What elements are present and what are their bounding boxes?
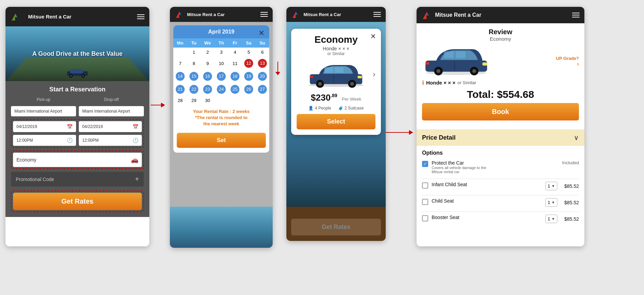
vehicle-class-input[interactable]: Economy 🚗 bbox=[13, 153, 142, 167]
protect-car-desc: Covers all vehicle damage to theMitsue r… bbox=[432, 166, 559, 174]
infant-seat-qty-arrow: ▼ bbox=[552, 184, 555, 188]
promo-label: Promotional Code bbox=[16, 177, 54, 182]
book-button[interactable]: Book bbox=[422, 103, 579, 120]
calendar-icon-1: 📅 bbox=[67, 124, 73, 129]
app-header-3: Mitsue Rent a Car bbox=[286, 7, 386, 22]
time-inputs: 12:00PM 🕛 12:00PM 🕛 bbox=[13, 135, 142, 146]
location-labels: Pick-up Drop-off bbox=[11, 97, 144, 103]
upgrade-button[interactable]: UP Grade? bbox=[556, 56, 579, 61]
booster-seat-qty-arrow: ▼ bbox=[552, 217, 555, 221]
pickup-label: Pick-up bbox=[11, 97, 76, 102]
protect-car-right: Included bbox=[562, 160, 579, 165]
app-header-2: Mitsue Rent a Car bbox=[170, 7, 273, 22]
child-seat-right: 1 ▼ $85.52 bbox=[545, 198, 579, 207]
svg-rect-36 bbox=[425, 62, 429, 65]
arrow-2-container bbox=[273, 62, 283, 75]
app-name-4: Mitsue Rent a Car bbox=[435, 12, 481, 18]
review-car-area: UP Grade? › bbox=[422, 45, 579, 77]
logo-area-2: Mitsue Rent a Car bbox=[175, 10, 225, 18]
upgrade-area: UP Grade? › bbox=[556, 56, 579, 67]
svg-marker-13 bbox=[296, 12, 299, 18]
arrow2-vert-line bbox=[277, 62, 278, 72]
get-rates-button-1[interactable]: Get Rates bbox=[13, 193, 142, 210]
app-header-4: Mitsue Rent a Car bbox=[417, 7, 584, 23]
hamburger-menu-4[interactable] bbox=[572, 13, 580, 17]
hamburger-menu-3[interactable] bbox=[373, 12, 381, 17]
dropoff-date-input[interactable]: 04/22/2019 📅 bbox=[79, 121, 142, 132]
option-protect-car: Protect the Car Covers all vehicle damag… bbox=[422, 160, 579, 174]
infant-seat-qty[interactable]: 1 ▼ bbox=[545, 182, 557, 190]
logo-icon-1 bbox=[10, 12, 21, 21]
phone2-background bbox=[170, 207, 273, 248]
booster-seat-right: 1 ▼ $85.52 bbox=[545, 215, 579, 223]
protect-car-checkbox[interactable] bbox=[422, 161, 428, 167]
booster-seat-price: $85.52 bbox=[560, 216, 579, 222]
cal-day-th: Th bbox=[214, 38, 228, 48]
hamburger-menu-2[interactable] bbox=[260, 12, 268, 17]
child-seat-qty-arrow: ▼ bbox=[552, 201, 555, 204]
calendar-month-header: April 2019 bbox=[173, 25, 269, 38]
app-header-1: Mitsue Rent a Car bbox=[5, 7, 149, 26]
infant-seat-right: 1 ▼ $85.52 bbox=[545, 182, 579, 190]
phone3-car-select: Mitsue Rent a Car ✕ Economy Honde × × × … bbox=[286, 7, 386, 241]
svg-point-19 bbox=[318, 82, 322, 86]
arrow2-down-head bbox=[275, 72, 280, 75]
price-detail-header[interactable]: Price Detail ∨ bbox=[417, 129, 584, 146]
svg-rect-35 bbox=[483, 62, 487, 65]
calendar-modal: ✕ April 2019 Mo Tu We Th Fr Sa Su bbox=[173, 25, 269, 153]
booster-seat-checkbox[interactable] bbox=[422, 215, 428, 221]
calendar-close-icon[interactable]: ✕ bbox=[258, 29, 264, 38]
reservation-section: Start a Reservation Pick-up Drop-off Mia… bbox=[5, 81, 149, 217]
car-modal-close-icon[interactable]: ✕ bbox=[370, 32, 376, 40]
promo-row[interactable]: Promotional Code + bbox=[11, 172, 144, 187]
phone4-review: Mitsue Rent a Car Review Economy bbox=[417, 7, 584, 246]
dropoff-location-input[interactable]: Miami International Airport bbox=[79, 106, 144, 116]
logo-area-4: Mitsue Rent a Car bbox=[421, 10, 481, 20]
phone3-bg: ✕ Economy Honde × × × or Similar bbox=[286, 22, 386, 207]
svg-rect-23 bbox=[310, 76, 313, 78]
review-car-model: Honde × × × bbox=[426, 80, 455, 86]
dropoff-time-input[interactable]: 12:00PM 🕛 bbox=[79, 135, 142, 146]
phone2-calendar: Mitsue Rent a Car ✕ April 2019 Mo Tu We … bbox=[170, 7, 273, 248]
infant-seat-checkbox[interactable] bbox=[422, 182, 428, 189]
rental-note-line1: Your Rental Rate : 2 weeks bbox=[193, 109, 249, 114]
svg-point-7 bbox=[70, 75, 72, 77]
pickup-time-input[interactable]: 12:00PM 🕛 bbox=[13, 135, 76, 146]
pickup-time-text: 12:00PM bbox=[16, 138, 67, 143]
child-seat-checkbox[interactable] bbox=[422, 199, 428, 205]
calendar-overlay: ✕ April 2019 Mo Tu We Th Fr Sa Su bbox=[170, 22, 273, 207]
cal-row-5: 28 29 30 bbox=[173, 96, 269, 105]
dropoff-label: Drop-off bbox=[79, 97, 144, 102]
rental-note: Your Rental Rate : 2 weeks *The rental i… bbox=[173, 105, 269, 131]
svg-marker-11 bbox=[179, 12, 183, 18]
car-next-icon[interactable]: › bbox=[373, 69, 375, 79]
set-date-button[interactable]: Set bbox=[177, 133, 266, 148]
svg-rect-5 bbox=[70, 69, 83, 73]
child-seat-qty[interactable]: 1 ▼ bbox=[545, 198, 557, 207]
upgrade-chevron-icon[interactable]: › bbox=[556, 61, 579, 67]
infant-seat-price: $85.52 bbox=[560, 183, 579, 189]
hamburger-menu-1[interactable] bbox=[137, 14, 145, 19]
svg-point-34 bbox=[472, 69, 476, 73]
calendar-grid: Mo Tu We Th Fr Sa Su 1 2 3 bbox=[173, 38, 269, 105]
location-inputs: Miami International Airport Miami Intern… bbox=[11, 106, 144, 116]
promo-plus-icon: + bbox=[135, 175, 139, 183]
option-booster-seat: Booster Seat 1 ▼ $85.52 bbox=[422, 215, 579, 223]
pickup-date-input[interactable]: 04/12/2019 📅 bbox=[13, 121, 76, 132]
hero-car-icon bbox=[64, 67, 91, 78]
booster-seat-qty[interactable]: 1 ▼ bbox=[545, 215, 557, 223]
divider-3 bbox=[422, 211, 579, 212]
options-section: Options Protect the Car Covers all vehic… bbox=[417, 146, 584, 232]
select-car-button[interactable]: Select bbox=[297, 114, 375, 129]
logo-icon-3 bbox=[291, 10, 301, 18]
review-subtitle: Economy bbox=[422, 36, 579, 42]
cal-day-13[interactable]: 13 bbox=[258, 59, 267, 68]
cal-day-12[interactable]: 12 bbox=[244, 59, 253, 68]
pickup-location-input[interactable]: Miami International Airport bbox=[11, 106, 76, 116]
phone1-home: Mitsue Rent a Car A Good Drive at the Be… bbox=[5, 7, 149, 246]
divider-1 bbox=[422, 179, 579, 179]
protect-car-info: Protect the Car Covers all vehicle damag… bbox=[432, 160, 559, 174]
svg-rect-30 bbox=[456, 51, 466, 58]
arrow-3-container bbox=[386, 130, 413, 135]
clock-icon-2: 🕛 bbox=[133, 138, 138, 143]
